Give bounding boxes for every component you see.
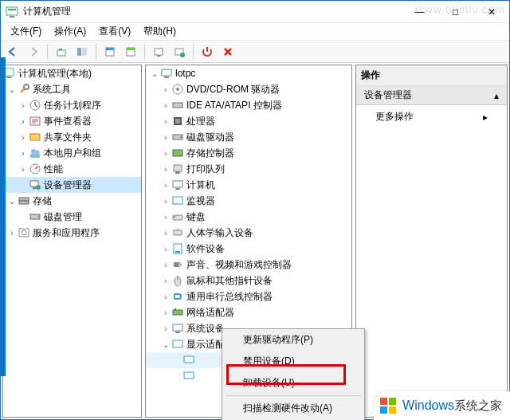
- menu-help[interactable]: 帮助(H): [137, 23, 182, 40]
- twisty-closed-icon[interactable]: ›: [160, 149, 171, 158]
- svg-point-21: [31, 149, 36, 154]
- node-task-scheduler[interactable]: › 任务计划程序: [3, 97, 141, 113]
- svg-rect-28: [19, 198, 29, 201]
- device-category[interactable]: ›存储控制器: [146, 145, 351, 161]
- device-category[interactable]: ›网络适配器: [146, 304, 351, 320]
- svg-point-27: [36, 185, 41, 190]
- svg-point-37: [176, 88, 179, 91]
- actions-more[interactable]: 更多操作 ▸: [356, 105, 507, 128]
- node-device-manager[interactable]: 设备管理器: [3, 177, 141, 193]
- menu-view[interactable]: 查看(V): [92, 23, 137, 40]
- device-category-label: 计算机: [186, 179, 215, 192]
- svg-rect-60: [173, 340, 182, 347]
- node-services-apps[interactable]: › 服务和应用程序: [3, 225, 141, 241]
- device-category-label: 键盘: [186, 210, 206, 224]
- device-category[interactable]: ›打印队列: [146, 161, 351, 177]
- device-category[interactable]: ›磁盘驱动器: [146, 129, 351, 145]
- cm-uninstall-device[interactable]: 卸载设备(U): [222, 372, 364, 394]
- close-button[interactable]: ✕: [473, 1, 509, 23]
- minimize-button[interactable]: —: [402, 1, 437, 23]
- show-hide-tree-button[interactable]: [73, 43, 91, 61]
- twisty-closed-icon[interactable]: ›: [18, 133, 29, 142]
- category-icon: [171, 306, 184, 319]
- scan-hardware-button[interactable]: [171, 43, 188, 61]
- node-local-users[interactable]: › 本地用户和组: [3, 145, 141, 161]
- twisty-closed-icon[interactable]: ›: [160, 213, 171, 222]
- twisty-closed-icon[interactable]: ›: [160, 85, 171, 94]
- twisty-open-icon[interactable]: ⌄: [160, 340, 171, 349]
- node-storage[interactable]: ⌄ 存储: [3, 193, 141, 209]
- twisty-closed-icon[interactable]: ›: [160, 197, 171, 206]
- device-category[interactable]: ›处理器: [146, 113, 351, 129]
- twisty-closed-icon[interactable]: ›: [160, 117, 171, 126]
- device-root[interactable]: ⌄ lotpc: [146, 65, 351, 81]
- twisty-closed-icon[interactable]: ›: [160, 181, 171, 190]
- left-tree-pane: 计算机管理(本地) ⌄ 系统工具 › 任务计划程序 › 事件查看器 › 共享文件…: [2, 65, 142, 418]
- svg-rect-8: [106, 48, 114, 50]
- menu-action[interactable]: 操作(A): [48, 23, 92, 40]
- twisty-closed-icon[interactable]: ›: [18, 165, 29, 174]
- device-root-label: lotpc: [175, 68, 195, 79]
- disk-icon: [29, 210, 41, 223]
- device-category[interactable]: ›计算机: [146, 177, 351, 193]
- device-category[interactable]: ›IDE ATA/ATAPI 控制器: [146, 97, 351, 113]
- enable-button[interactable]: [198, 43, 216, 61]
- svg-rect-23: [30, 154, 40, 158]
- help-button[interactable]: [150, 43, 167, 61]
- device-mgr-icon: [29, 179, 41, 191]
- twisty-closed-icon[interactable]: ›: [160, 308, 171, 317]
- device-category[interactable]: ›人体学输入设备: [146, 225, 351, 241]
- twisty-closed-icon[interactable]: ›: [160, 229, 171, 237]
- collapse-icon[interactable]: ▴: [494, 90, 499, 101]
- maximize-button[interactable]: □: [437, 1, 473, 23]
- twisty-closed-icon[interactable]: ›: [160, 292, 171, 301]
- back-button[interactable]: [4, 43, 22, 61]
- twisty-closed-icon[interactable]: ›: [160, 261, 171, 269]
- device-category[interactable]: ›通用串行总线控制器: [146, 289, 351, 304]
- device-category[interactable]: ›鼠标和其他指针设备: [146, 273, 351, 289]
- twisty-open-icon[interactable]: ⌄: [149, 69, 160, 78]
- device-category[interactable]: ›声音、视频和游戏控制器: [146, 257, 351, 273]
- menu-bar: 文件(F) 操作(A) 查看(V) 帮助(H): [1, 23, 509, 41]
- twisty-open-icon[interactable]: ⌄: [6, 85, 18, 94]
- twisty-closed-icon[interactable]: ›: [160, 277, 171, 285]
- display-adapter-icon: [182, 354, 195, 367]
- device-category[interactable]: ›软件设备: [146, 241, 351, 257]
- cm-disable-device[interactable]: 禁用设备(D): [222, 351, 364, 372]
- twisty-closed-icon[interactable]: ›: [18, 117, 29, 126]
- actions-subheader[interactable]: 设备管理器 ▴: [356, 86, 507, 105]
- device-category[interactable]: ›DVD/CD-ROM 驱动器: [146, 81, 351, 97]
- device-category-label: DVD/CD-ROM 驱动器: [186, 83, 280, 96]
- svg-rect-48: [173, 197, 182, 204]
- uninstall-button[interactable]: [219, 43, 237, 61]
- category-icon: [171, 258, 184, 271]
- properties-button[interactable]: [101, 43, 119, 61]
- twisty-closed-icon[interactable]: ›: [18, 149, 29, 158]
- twisty-open-icon[interactable]: ⌄: [6, 197, 18, 206]
- cm-scan-hardware[interactable]: 扫描检测硬件改动(A): [222, 398, 364, 419]
- context-menu: 更新驱动程序(P) 禁用设备(D) 卸载设备(U) 扫描检测硬件改动(A) 属性…: [222, 328, 365, 420]
- node-event-viewer[interactable]: › 事件查看器: [3, 113, 141, 129]
- twisty-closed-icon[interactable]: ›: [6, 229, 18, 237]
- forward-button[interactable]: [25, 43, 42, 61]
- node-system-tools[interactable]: ⌄ 系统工具: [3, 81, 141, 97]
- twisty-closed-icon[interactable]: ›: [18, 101, 29, 110]
- node-performance[interactable]: › 性能: [3, 161, 141, 177]
- menu-file[interactable]: 文件(F): [4, 23, 48, 40]
- twisty-closed-icon[interactable]: ›: [160, 324, 171, 333]
- node-computer-mgmt[interactable]: 计算机管理(本地): [3, 65, 141, 81]
- refresh-button[interactable]: [122, 43, 139, 61]
- twisty-closed-icon[interactable]: ›: [160, 101, 171, 110]
- svg-rect-62: [184, 372, 194, 379]
- twisty-closed-icon[interactable]: ›: [160, 245, 171, 253]
- device-category[interactable]: ›监视器: [146, 193, 351, 209]
- up-button[interactable]: [53, 43, 70, 61]
- svg-rect-47: [175, 188, 180, 190]
- cm-update-driver[interactable]: 更新驱动程序(P): [222, 329, 364, 351]
- svg-rect-3: [57, 50, 65, 56]
- node-shared-folders[interactable]: › 共享文件夹: [3, 129, 141, 145]
- device-category[interactable]: ›键盘: [146, 209, 351, 225]
- twisty-closed-icon[interactable]: ›: [160, 133, 171, 142]
- node-disk-mgmt[interactable]: 磁盘管理: [3, 209, 141, 225]
- twisty-closed-icon[interactable]: ›: [160, 165, 171, 174]
